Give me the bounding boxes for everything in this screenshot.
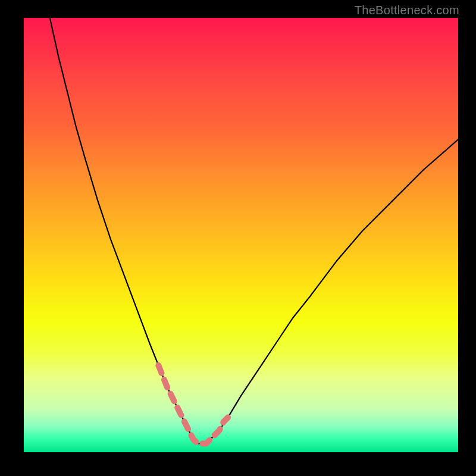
curve-layer: [24, 18, 458, 452]
watermark-text: TheBottleneck.com: [355, 4, 459, 17]
chart-frame: TheBottleneck.com: [0, 0, 476, 476]
optimal-highlight: [158, 365, 228, 443]
plot-area: [24, 18, 458, 452]
bottleneck-curve: [50, 18, 458, 443]
